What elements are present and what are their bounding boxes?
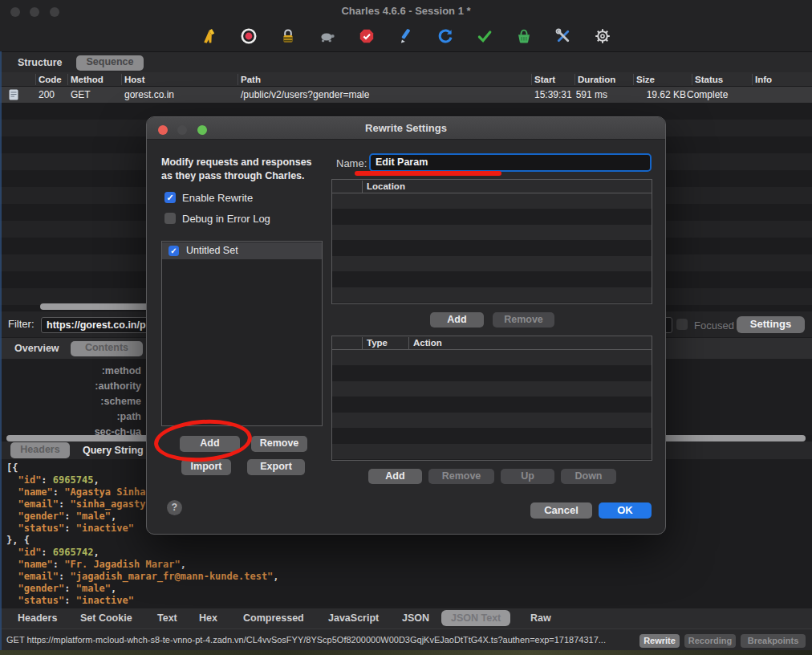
tab-structure[interactable]: Structure: [18, 57, 63, 68]
json-line: "gender": "male",: [6, 511, 116, 522]
json-line: "email": "jagadish_marar_fr@mann-kunde.t…: [6, 571, 279, 582]
json-line: "id": 6965742,: [6, 547, 99, 558]
rule-down-button[interactable]: Down: [561, 469, 616, 484]
ok-button[interactable]: OK: [599, 502, 652, 519]
status-url-text: GET https://mplatform-mcloud-whch-s8-te-…: [6, 635, 606, 645]
tab-compressed[interactable]: Compressed: [243, 612, 304, 624]
request-header-key[interactable]: :scheme: [0, 396, 141, 407]
tab-query-string[interactable]: Query String: [83, 445, 144, 456]
location-table-header: Location: [332, 180, 652, 193]
rewrite-button[interactable]: Rewrite: [639, 634, 680, 648]
focused-label: Focused: [694, 319, 734, 332]
broom-icon[interactable]: [201, 27, 218, 45]
action-column-header: Action: [413, 338, 442, 348]
table-row[interactable]: 200GETgorest.co.in/public/v2/users?gende…: [0, 87, 812, 103]
focused-checkbox[interactable]: [676, 319, 688, 330]
publish-basket-icon[interactable]: [515, 27, 533, 45]
record-icon[interactable]: [240, 27, 258, 45]
cell-host[interactable]: gorest.co.in: [124, 89, 174, 100]
rule-add-button[interactable]: Add: [368, 469, 422, 484]
column-header-duration[interactable]: Duration: [578, 75, 615, 84]
request-doc-icon: [9, 89, 18, 104]
export-button[interactable]: Export: [247, 459, 305, 475]
type-column-header: Type: [367, 338, 388, 348]
column-separator: [752, 74, 753, 85]
desktop-wallpaper-strip: [0, 650, 812, 655]
column-header-status[interactable]: Status: [695, 75, 723, 84]
tab-hex[interactable]: Hex: [199, 612, 217, 624]
cell-method[interactable]: GET: [71, 89, 91, 100]
tab-json[interactable]: JSON: [402, 612, 429, 624]
column-header-code[interactable]: Code: [39, 75, 62, 84]
tab-json-text[interactable]: JSON Text: [441, 610, 510, 626]
breakpoints-button[interactable]: Breakpoints: [741, 634, 806, 648]
cell-duration[interactable]: 591 ms: [571, 89, 607, 100]
set-item-label: Untitled Set: [186, 245, 238, 256]
request-header-key[interactable]: :authority: [0, 380, 141, 392]
sets-remove-button[interactable]: Remove: [251, 436, 307, 452]
rule-remove-button[interactable]: Remove: [428, 469, 494, 484]
cell-status[interactable]: Complete: [687, 89, 728, 100]
name-input[interactable]: Edit Param: [369, 153, 652, 172]
json-line: "id": 6965745,: [6, 474, 99, 486]
rewrite-settings-dialog: Rewrite Settings Modify requests and res…: [146, 116, 666, 535]
dialog-title: Rewrite Settings: [147, 122, 665, 134]
column-separator: [238, 74, 238, 85]
structure-sequence-tabbar: Structure Sequence: [0, 51, 812, 72]
response-tabbar: HeadersSet CookieTextHexCompressedJavaSc…: [0, 608, 812, 629]
debug-error-log-checkbox[interactable]: [164, 213, 176, 224]
help-button[interactable]: ?: [167, 500, 182, 515]
validate-check-icon[interactable]: [476, 27, 493, 45]
charles-app-window: Charles 4.6.6 - Session 1 * Structure Se…: [0, 0, 812, 655]
tab-text[interactable]: Text: [157, 612, 177, 624]
cell-size[interactable]: 19.62 KB: [633, 89, 686, 100]
tab-contents[interactable]: Contents: [71, 341, 143, 356]
column-header-path[interactable]: Path: [241, 75, 261, 84]
json-line: [{: [6, 462, 18, 474]
column-header-host[interactable]: Host: [124, 75, 145, 84]
location-table-body[interactable]: [332, 193, 652, 303]
column-header-method[interactable]: Method: [71, 75, 104, 84]
repeat-icon[interactable]: [436, 27, 454, 45]
throttle-turtle-icon[interactable]: [319, 27, 336, 45]
tab-sequence[interactable]: Sequence: [76, 55, 144, 71]
location-add-button[interactable]: Add: [430, 312, 484, 328]
tab-headers[interactable]: Headers: [18, 612, 57, 624]
tools-icon[interactable]: [554, 27, 572, 45]
tab-overview[interactable]: Overview: [14, 343, 59, 354]
rules-table[interactable]: Type Action: [331, 336, 652, 461]
column-separator: [67, 74, 68, 85]
request-header-key[interactable]: :path: [0, 411, 141, 422]
cell-code[interactable]: 200: [39, 89, 55, 100]
cell-path[interactable]: /public/v2/users?gender=male: [241, 89, 369, 100]
location-remove-button[interactable]: Remove: [493, 312, 554, 328]
rules-table-body[interactable]: [332, 350, 652, 460]
location-table[interactable]: Location: [331, 179, 652, 304]
rule-up-button[interactable]: Up: [501, 469, 554, 484]
column-header-size[interactable]: Size: [636, 75, 655, 84]
cell-start[interactable]: 15:39:31: [534, 89, 572, 100]
column-header-info[interactable]: Info: [755, 75, 772, 84]
ssl-lock-icon[interactable]: [279, 27, 297, 45]
request-header-key[interactable]: :method: [0, 365, 141, 376]
enable-rewrite-checkbox[interactable]: ✓: [164, 192, 176, 203]
rewrite-sets-list[interactable]: ✓ Untitled Set: [161, 241, 323, 426]
column-separator: [574, 74, 575, 85]
tab-javascript[interactable]: JavaScript: [328, 612, 379, 624]
settings-gear-icon[interactable]: [594, 27, 611, 45]
list-item[interactable]: ✓ Untitled Set: [162, 242, 322, 259]
settings-button[interactable]: Settings: [737, 316, 805, 333]
column-separator: [121, 74, 122, 85]
rules-table-header: Type Action: [332, 336, 652, 350]
cancel-button[interactable]: Cancel: [530, 502, 592, 519]
set-enabled-checkbox[interactable]: ✓: [168, 246, 179, 256]
breakpoints-icon[interactable]: [358, 27, 376, 45]
recording-button[interactable]: Recording: [684, 634, 736, 648]
tab-raw[interactable]: Raw: [530, 612, 551, 624]
column-header-start[interactable]: Start: [534, 75, 555, 84]
filter-label: Filter:: [8, 318, 35, 330]
compose-pencil-icon[interactable]: [397, 27, 415, 45]
tab-request-headers[interactable]: Headers: [10, 442, 70, 458]
json-line: "status": "inactive": [6, 595, 134, 606]
tab-set-cookie[interactable]: Set Cookie: [80, 612, 132, 624]
